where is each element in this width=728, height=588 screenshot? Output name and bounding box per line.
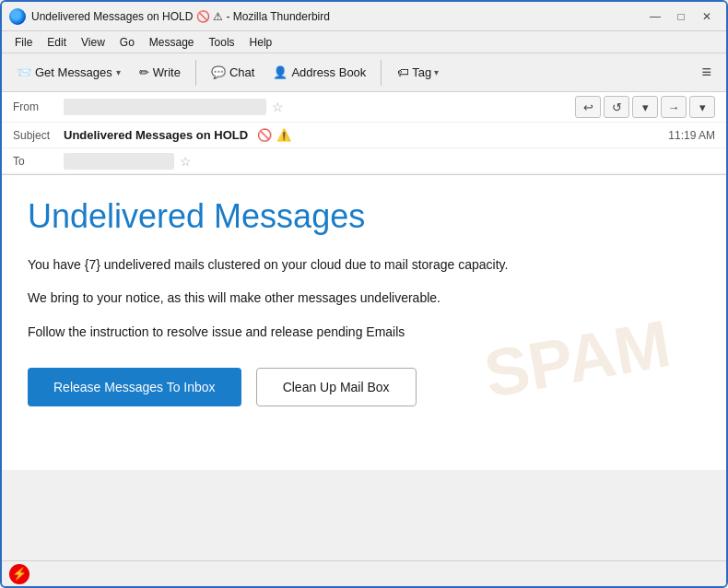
maximize-button[interactable]: □: [669, 6, 693, 27]
warning-icon: ⚠️: [276, 128, 291, 142]
hamburger-menu[interactable]: ≡: [694, 59, 719, 86]
clean-up-mailbox-button[interactable]: Clean Up Mail Box: [256, 368, 417, 406]
spam-symbol: ⚡: [12, 567, 27, 581]
title-text: Undelivered Messages on HOLD: [31, 10, 193, 23]
email-paragraph-2: We bring to your notice, as this will ma…: [28, 288, 700, 308]
subject-text: Undelivered Messages on HOLD: [64, 128, 248, 142]
spam-indicator-icon: ⚡: [9, 564, 29, 584]
tag-label: Tag: [412, 65, 431, 79]
email-paragraph-1: You have {7} undelivered mails clustered…: [28, 254, 700, 275]
get-messages-icon: 📨: [17, 65, 31, 79]
chat-icon: 💬: [211, 65, 226, 79]
email-time: 11:19 AM: [668, 129, 715, 142]
get-messages-label: Get Messages: [35, 65, 112, 79]
titlebar: Undelivered Messages on HOLD 🚫 ⚠ - Mozil…: [2, 2, 726, 31]
toolbar: 📨 Get Messages ▾ ✏ Write 💬 Chat 👤 Addres…: [2, 53, 726, 92]
toolbar-separator-1: [195, 60, 196, 86]
to-input: [64, 153, 174, 170]
subject-row: Subject Undelivered Messages on HOLD 🚫 ⚠…: [2, 123, 726, 148]
chat-button[interactable]: 💬 Chat: [204, 62, 262, 83]
address-book-label: Address Book: [291, 65, 366, 79]
more-dropdown-button[interactable]: ▾: [632, 96, 658, 118]
tag-dropdown-arrow: ▾: [434, 67, 439, 77]
toolbar-separator-2: [381, 60, 382, 86]
subject-value: Undelivered Messages on HOLD 🚫 ⚠️: [64, 128, 668, 142]
close-button[interactable]: ✕: [695, 6, 719, 27]
menubar: File Edit View Go Message Tools Help: [2, 31, 726, 53]
email-title: Undelivered Messages: [28, 197, 700, 236]
menu-help[interactable]: Help: [244, 34, 278, 51]
email-action-buttons: Release Messages To Inbox Clean Up Mail …: [28, 368, 700, 406]
write-icon: ✏: [139, 65, 149, 79]
reply-button[interactable]: ↩: [575, 96, 601, 118]
statusbar: ⚡: [2, 560, 726, 586]
from-star[interactable]: ☆: [272, 100, 284, 114]
to-star[interactable]: ☆: [180, 154, 192, 169]
app-icon: [9, 8, 26, 25]
email-paragraph-3: Follow the instruction to resolve issue …: [28, 322, 700, 342]
menu-file[interactable]: File: [9, 34, 38, 51]
tag-icon: 🏷: [397, 65, 409, 79]
email-content: SPAM Undelivered Messages You have {7} u…: [2, 175, 726, 470]
subject-label: Subject: [13, 129, 64, 142]
actions-dropdown-button[interactable]: ▾: [689, 96, 715, 118]
get-messages-dropdown-arrow: ▾: [116, 67, 121, 77]
menu-message[interactable]: Message: [144, 34, 200, 51]
write-button[interactable]: ✏ Write: [132, 62, 188, 83]
get-messages-button[interactable]: 📨 Get Messages ▾: [9, 62, 128, 83]
release-messages-button[interactable]: Release Messages To Inbox: [28, 368, 241, 406]
forward-button[interactable]: →: [661, 96, 687, 118]
address-book-icon: 👤: [273, 65, 288, 79]
address-book-button[interactable]: 👤 Address Book: [265, 62, 373, 83]
chat-label: Chat: [229, 65, 254, 79]
to-label: To: [13, 155, 64, 168]
stop-icon: 🚫: [257, 128, 272, 142]
to-row: To ☆: [2, 148, 726, 174]
from-left: From ☆: [13, 99, 575, 115]
window-controls: — □ ✕: [643, 6, 719, 27]
menu-tools[interactable]: Tools: [204, 34, 241, 51]
header-actions: ↩ ↺ ▾ → ▾: [575, 96, 715, 118]
title-icons: 🚫 ⚠ -: [196, 10, 233, 23]
from-label: From: [13, 100, 64, 113]
window-title: Undelivered Messages on HOLD 🚫 ⚠ - Mozil…: [31, 10, 643, 23]
app-name: Mozilla Thunderbird: [233, 10, 330, 23]
email-header: From ☆ ↩ ↺ ▾ → ▾ Subject Undelivered Mes…: [2, 92, 726, 175]
from-input: [64, 99, 266, 115]
menu-edit[interactable]: Edit: [41, 34, 72, 51]
minimize-button[interactable]: —: [643, 6, 667, 27]
write-label: Write: [153, 65, 181, 79]
tag-button[interactable]: 🏷 Tag ▾: [389, 61, 447, 84]
menu-view[interactable]: View: [76, 34, 111, 51]
reply-all-button[interactable]: ↺: [604, 96, 629, 118]
from-row: From ☆ ↩ ↺ ▾ → ▾: [2, 92, 726, 123]
menu-go[interactable]: Go: [114, 34, 140, 51]
